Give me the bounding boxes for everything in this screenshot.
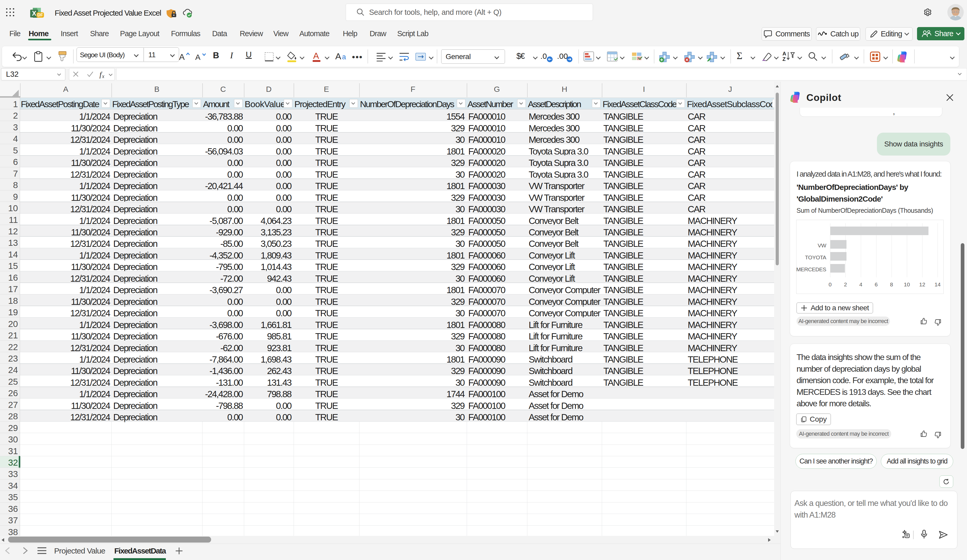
svg-text:.00: .00: [557, 52, 568, 60]
svg-text:x: x: [102, 73, 104, 79]
svg-text:A: A: [335, 51, 341, 61]
svg-text:a: a: [342, 53, 346, 61]
svg-text:A: A: [195, 53, 200, 61]
svg-text:A: A: [782, 51, 786, 56]
svg-text:Z: Z: [782, 56, 785, 62]
svg-text:A: A: [313, 51, 319, 61]
svg-text:X: X: [32, 10, 36, 17]
svg-text:A: A: [179, 52, 185, 62]
svg-text:.0: .0: [540, 52, 547, 60]
svg-text:DF: DF: [38, 13, 43, 17]
